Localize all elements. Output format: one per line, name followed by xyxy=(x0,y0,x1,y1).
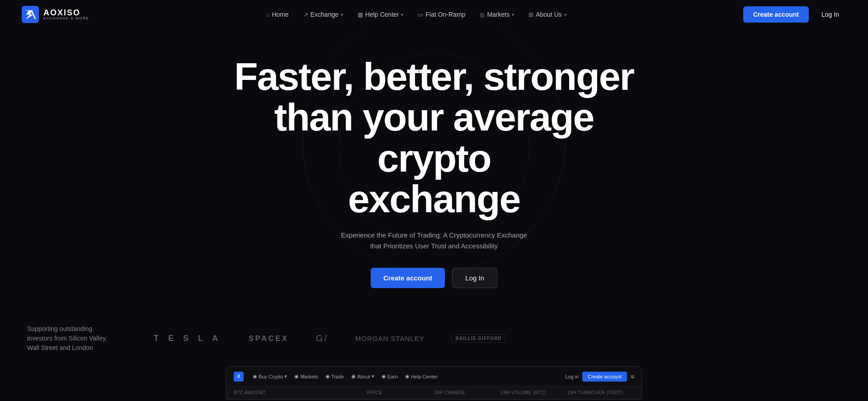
brand-tagline: EXCHANGE & MORE xyxy=(43,17,89,20)
tesla-logo: T E S L A xyxy=(154,334,222,343)
app-nav-trade: ◉ Trade xyxy=(326,373,344,379)
app-nav-about: ◉ About ▾ xyxy=(351,373,374,379)
chevron-down-icon: ▾ xyxy=(564,12,566,17)
app-nav-earn: ◉ Earn xyxy=(382,373,398,379)
greylock-logo: G/ xyxy=(316,333,328,344)
hero-section: Faster, better, stronger than your avera… xyxy=(0,29,868,306)
chevron-down-icon: ▾ xyxy=(512,12,514,17)
chevron-down-icon: ▾ xyxy=(341,12,343,17)
exchange-icon: ↗ xyxy=(303,11,308,18)
baillie-gifford-logo: BAILLIE GIFFORD xyxy=(452,334,506,343)
nav-actions: Create account Log In xyxy=(743,6,846,23)
navbar: AOXISO EXCHANGE & MORE ⌂ Home ↗ Exchange… xyxy=(0,0,868,29)
app-nav-actions: Log in Create account ≡ xyxy=(565,372,634,382)
investors-label: Supporting outstanding investors from Si… xyxy=(27,324,118,353)
hero-create-account-button[interactable]: Create account xyxy=(371,268,445,288)
app-nav-links: ◉ Buy Crypto ▾ ◉ Markets ◉ Trade ◉ About… xyxy=(253,373,556,379)
markets-icon: ◎ xyxy=(480,11,485,18)
app-create-button[interactable]: Create account xyxy=(582,372,627,382)
nav-item-about[interactable]: ⊞ About Us ▾ xyxy=(528,11,566,18)
nav-create-account-button[interactable]: Create account xyxy=(743,6,809,23)
brand-name: AOXISO xyxy=(43,9,89,17)
hero-title: Faster, better, stronger than your avera… xyxy=(231,56,637,219)
home-icon: ⌂ xyxy=(266,11,269,18)
investors-section: Supporting outstanding investors from Si… xyxy=(0,306,868,362)
app-nav-buy-crypto: ◉ Buy Crypto ▾ xyxy=(253,373,287,379)
app-logo-small: // xyxy=(234,372,244,382)
app-nav-help: ◉ Help Center xyxy=(405,373,438,379)
app-login-button[interactable]: Log in xyxy=(565,374,579,379)
hero-login-button[interactable]: Log In xyxy=(452,268,497,288)
nav-item-exchange[interactable]: ↗ Exchange ▾ xyxy=(303,11,343,18)
app-menu-icon[interactable]: ≡ xyxy=(631,373,634,380)
app-nav-markets: ◉ Markets xyxy=(294,373,318,379)
logo[interactable]: AOXISO EXCHANGE & MORE xyxy=(22,6,89,23)
nav-item-fiat[interactable]: ▭ Fiat On-Ramp xyxy=(418,11,465,18)
about-icon: ⊞ xyxy=(528,11,533,18)
help-icon: ▦ xyxy=(358,11,363,18)
morgan-stanley-logo: Morgan Stanley xyxy=(355,335,425,342)
nav-item-home[interactable]: ⌂ Home xyxy=(266,11,288,18)
hero-subtitle: Experience the Future of Trading: A Cryp… xyxy=(335,230,533,252)
nav-login-button[interactable]: Log In xyxy=(814,6,846,23)
nav-item-help-center[interactable]: ▦ Help Center ▾ xyxy=(358,11,404,18)
app-table-header: BTC AMOUNT PRICE 24H CHANGE 24H VOLUME (… xyxy=(226,387,642,399)
app-screenshot: // ◉ Buy Crypto ▾ ◉ Markets ◉ Trade ◉ Ab… xyxy=(226,366,642,400)
spacex-logo: SPACEX xyxy=(249,335,289,343)
investor-logos: T E S L A SPACEX G/ Morgan Stanley BAILL… xyxy=(154,333,841,344)
nav-links: ⌂ Home ↗ Exchange ▾ ▦ Help Center ▾ ▭ Fi… xyxy=(266,11,566,18)
hero-cta-group: Create account Log In xyxy=(371,268,497,288)
fiat-icon: ▭ xyxy=(418,11,423,18)
nav-item-markets[interactable]: ◎ Markets ▾ xyxy=(480,11,514,18)
chevron-down-icon: ▾ xyxy=(401,12,403,17)
app-nav: // ◉ Buy Crypto ▾ ◉ Markets ◉ Trade ◉ Ab… xyxy=(226,367,642,387)
